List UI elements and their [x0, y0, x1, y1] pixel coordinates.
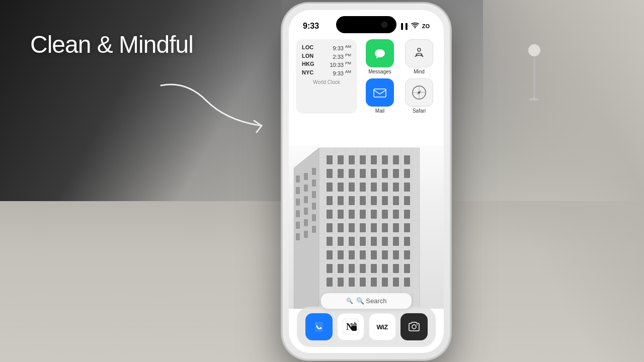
city-hkg: HKG: [302, 61, 317, 68]
clock-row-loc: LOC 9:33 AM: [302, 44, 351, 51]
svg-rect-17: [371, 155, 377, 164]
svg-rect-106: [312, 179, 316, 187]
svg-rect-100: [304, 185, 308, 192]
svg-rect-18: [382, 155, 388, 164]
svg-rect-36: [404, 183, 410, 192]
svg-rect-23: [349, 169, 355, 178]
svg-rect-45: [327, 210, 333, 219]
svg-rect-38: [338, 196, 344, 205]
safari-label: Safari: [413, 108, 426, 114]
right-apps-grid: Messages: [362, 39, 437, 114]
svg-point-2: [529, 98, 539, 101]
svg-rect-69: [327, 250, 333, 259]
app-mind[interactable]: Mind: [401, 39, 437, 74]
svg-rect-59: [393, 223, 399, 232]
svg-rect-28: [404, 169, 410, 178]
search-pill[interactable]: 🔍 🔍 Search: [321, 293, 412, 309]
lamp-decoration: [513, 40, 543, 101]
wallpaper-area: [289, 146, 444, 309]
svg-rect-58: [382, 223, 388, 232]
svg-rect-108: [312, 203, 316, 210]
svg-rect-110: [312, 226, 316, 233]
person-shadow-right: [483, 0, 644, 362]
messages-icon: [366, 39, 394, 67]
svg-rect-99: [304, 173, 308, 180]
svg-rect-27: [393, 169, 399, 178]
svg-rect-60: [404, 223, 410, 232]
mind-label: Mind: [414, 69, 425, 74]
phone-device: 9:33 ▐▐ ZO: [283, 4, 450, 359]
world-clock-label: World Clock: [302, 79, 351, 85]
dock-phone-app[interactable]: [305, 313, 333, 340]
svg-point-138: [412, 325, 416, 329]
svg-rect-92: [404, 278, 410, 287]
svg-rect-64: [360, 237, 366, 246]
app-mail[interactable]: Mail: [362, 78, 397, 114]
phone-screen[interactable]: 9:33 ▐▐ ZO: [289, 10, 444, 353]
svg-rect-75: [393, 250, 399, 259]
svg-rect-84: [404, 264, 410, 273]
mail-icon: [366, 78, 394, 107]
arrow-annotation: [146, 75, 277, 141]
status-time: 9:33: [303, 22, 319, 31]
clock-row-nyc: NYC 9:33 AM: [302, 69, 351, 76]
top-widgets-row: LOC 9:33 AM LON 2:33 PM HKG 10:33 PM NYC…: [289, 35, 444, 116]
safari-icon: [405, 78, 433, 107]
app-safari[interactable]: Safari: [401, 78, 437, 114]
svg-point-0: [528, 44, 540, 56]
dock-notion-app[interactable]: N: [337, 313, 364, 340]
svg-rect-68: [404, 237, 410, 246]
dock-camera-app[interactable]: [400, 313, 428, 340]
svg-rect-83: [393, 264, 399, 273]
svg-rect-29: [327, 183, 333, 192]
svg-rect-66: [382, 237, 388, 246]
svg-rect-57: [371, 223, 377, 232]
svg-rect-102: [304, 208, 308, 215]
svg-rect-105: [312, 168, 316, 175]
svg-rect-31: [349, 183, 355, 192]
mail-label: Mail: [375, 108, 384, 114]
svg-rect-50: [382, 210, 388, 219]
svg-rect-91: [393, 278, 399, 287]
svg-rect-95: [296, 199, 300, 206]
battery-icon: ZO: [422, 23, 430, 29]
svg-rect-88: [360, 278, 366, 287]
dock-wiz-app[interactable]: WiZ: [369, 313, 396, 340]
svg-rect-107: [312, 191, 316, 198]
search-icon: 🔍: [346, 298, 353, 304]
svg-rect-73: [371, 250, 377, 259]
svg-rect-71: [349, 250, 355, 259]
svg-rect-35: [393, 183, 399, 192]
svg-rect-25: [371, 169, 377, 178]
svg-rect-42: [382, 196, 388, 205]
svg-rect-53: [327, 223, 333, 232]
svg-rect-61: [327, 237, 333, 246]
svg-rect-86: [338, 278, 344, 287]
svg-rect-85: [327, 278, 333, 287]
svg-rect-67: [393, 237, 399, 246]
time-lon: 2:33 PM: [333, 53, 351, 60]
mind-icon: [405, 39, 433, 67]
app-messages[interactable]: Messages: [362, 39, 397, 74]
svg-rect-133: [352, 326, 357, 331]
svg-point-9: [418, 92, 420, 94]
svg-rect-90: [382, 278, 388, 287]
svg-rect-76: [404, 250, 410, 259]
search-bar[interactable]: 🔍 🔍 Search: [289, 293, 444, 309]
svg-rect-96: [296, 210, 300, 217]
svg-rect-52: [404, 210, 410, 219]
svg-point-139: [417, 324, 418, 325]
city-lon: LON: [302, 53, 317, 60]
svg-rect-63: [349, 237, 355, 246]
svg-point-4: [418, 48, 421, 51]
svg-rect-43: [393, 196, 399, 205]
world-clock-widget[interactable]: LOC 9:33 AM LON 2:33 PM HKG 10:33 PM NYC…: [296, 39, 357, 114]
svg-rect-32: [360, 183, 366, 192]
svg-rect-47: [349, 210, 355, 219]
svg-rect-101: [304, 196, 308, 203]
svg-rect-54: [338, 223, 344, 232]
svg-rect-109: [312, 214, 316, 221]
svg-rect-78: [338, 264, 344, 273]
svg-rect-41: [371, 196, 377, 205]
svg-rect-48: [360, 210, 366, 219]
